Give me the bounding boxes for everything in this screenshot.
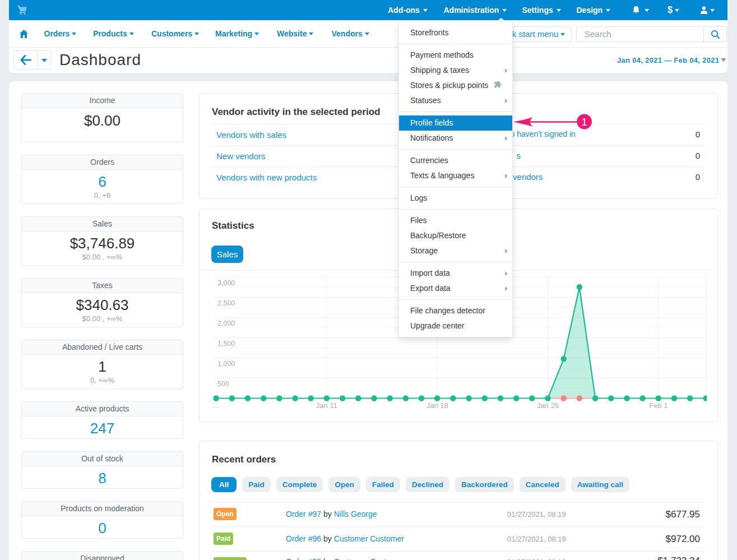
svg-text:Feb 1: Feb 1 <box>649 401 668 410</box>
svg-text:2,500: 2,500 <box>217 299 235 307</box>
svg-text:2,000: 2,000 <box>217 320 235 327</box>
svg-text:Jan 25: Jan 25 <box>537 401 559 410</box>
svg-text:1,500: 1,500 <box>217 340 235 348</box>
svg-text:500: 500 <box>217 380 229 388</box>
svg-text:Jan 18: Jan 18 <box>427 401 448 410</box>
svg-text:1,000: 1,000 <box>217 360 235 368</box>
svg-text:3,000: 3,000 <box>217 279 235 287</box>
svg-text:1: 1 <box>581 116 587 128</box>
svg-text:Jan 11: Jan 11 <box>316 401 337 410</box>
svg-text:…: … <box>212 401 220 410</box>
